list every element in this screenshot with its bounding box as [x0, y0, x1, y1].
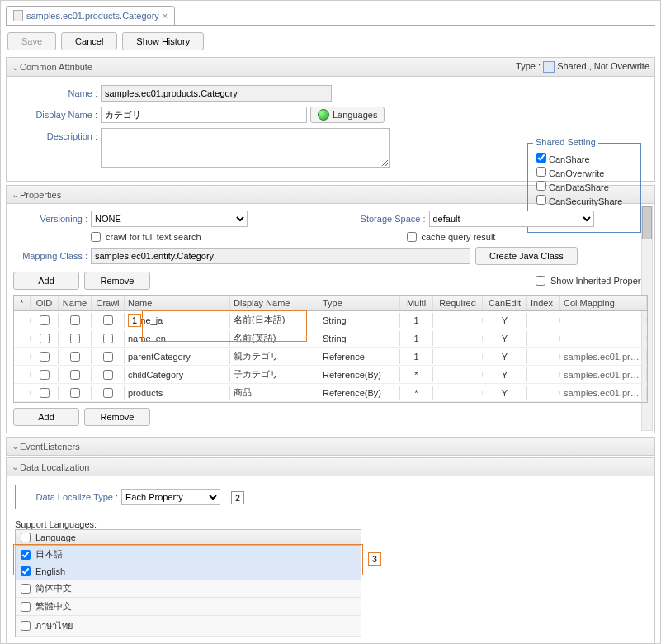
table-header: * OID Name Crawl Name Display Name Type … [14, 296, 647, 311]
data-localization-header[interactable]: ⌄ Data Localization [6, 457, 655, 476]
lang-row[interactable]: 繁體中文 [16, 598, 361, 616]
mapping-class-label: Mapping Class : [13, 251, 87, 261]
lang-row[interactable]: English [16, 564, 361, 580]
globe-icon [318, 109, 329, 121]
common-attribute-header[interactable]: ⌄ Common Attribute Type : Shared , Not O… [6, 57, 655, 77]
create-java-class-button[interactable]: Create Java Class [475, 247, 578, 265]
properties-header-label: Properties [20, 190, 61, 200]
chevron-down-icon: ⌄ [12, 462, 20, 472]
tab-bar: samples.ec01.products.Category × [6, 6, 655, 26]
shared-icon [543, 61, 555, 73]
common-attribute-body: Name : Display Name : Languages Descript… [6, 77, 655, 182]
event-listeners-header[interactable]: ⌄ EventListeners [6, 437, 655, 456]
name-field[interactable] [101, 85, 332, 102]
close-icon[interactable]: × [163, 11, 168, 21]
data-localization-body: Data Localize Type : Each Property 2 Sup… [6, 476, 655, 644]
type-line: Type : Shared , Not Overwrite [516, 61, 649, 73]
description-field[interactable] [101, 128, 390, 168]
remove-button-bottom[interactable]: Remove [84, 408, 150, 426]
languages-table: Language 日本語 English 简体中文 繁體中文 ภาษาไทย [15, 529, 361, 637]
callout-1: 1 [128, 314, 141, 327]
properties-body: Versioning : NONE Storage Space : defaul… [6, 204, 655, 433]
can-data-share-checkbox[interactable]: CanDataShare [536, 181, 632, 192]
lang-row[interactable]: ภาษาไทย [16, 616, 361, 637]
versioning-select[interactable]: NONE [91, 211, 248, 227]
add-button-top[interactable]: Add [13, 272, 79, 290]
show-inherited-checkbox[interactable]: Show Inherited Property [536, 276, 648, 286]
remove-button-top[interactable]: Remove [84, 272, 150, 290]
event-listeners-label: EventListeners [20, 442, 80, 452]
show-history-button[interactable]: Show History [122, 32, 204, 50]
table-row[interactable]: products商品Reference(By)*Ysamples.ec01.pr… [14, 384, 647, 402]
lang-row[interactable]: 日本語 [16, 546, 361, 564]
support-languages-label: Support Languages: [15, 519, 646, 529]
name-label: Name : [15, 88, 97, 98]
crawl-checkbox[interactable]: crawl for full text search [91, 232, 333, 242]
chevron-down-icon: ⌄ [12, 62, 20, 73]
properties-table: * OID Name Crawl Name Display Name Type … [13, 295, 648, 403]
lang-table-header: Language [16, 530, 361, 546]
cache-checkbox[interactable]: cache query result [407, 232, 649, 242]
save-button[interactable]: Save [7, 32, 56, 50]
languages-button[interactable]: Languages [310, 107, 385, 123]
can-overwrite-checkbox[interactable]: CanOverwrite [536, 167, 632, 178]
tab-title: samples.ec01.products.Category [26, 11, 159, 21]
data-localization-label: Data Localization [20, 462, 89, 472]
lang-row[interactable]: 简体中文 [16, 580, 361, 598]
can-share-checkbox[interactable]: CanShare [536, 153, 632, 164]
chevron-down-icon: ⌄ [12, 441, 20, 452]
shared-legend: Shared Setting [533, 137, 598, 147]
common-header-label: Common Attribute [20, 62, 92, 72]
description-label: Description : [15, 131, 97, 141]
callout-3: 3 [368, 552, 381, 566]
data-localize-type-label: Data Localize Type : [19, 492, 118, 502]
table-row[interactable]: parentCategory親カテゴリReference1Ysamples.ec… [14, 348, 647, 366]
storage-label: Storage Space : [343, 214, 426, 224]
chevron-down-icon: ⌄ [12, 189, 20, 200]
callout-2: 2 [231, 491, 244, 504]
table-row[interactable]: childCategory子カテゴリReference(By)*Ysamples… [14, 366, 647, 384]
cancel-button[interactable]: Cancel [61, 32, 117, 50]
storage-select[interactable]: default [429, 211, 594, 227]
add-button-bottom[interactable]: Add [13, 408, 79, 426]
display-name-field[interactable] [101, 107, 307, 123]
versioning-label: Versioning : [13, 214, 87, 224]
tab-category[interactable]: samples.ec01.products.Category × [6, 6, 175, 25]
mapping-class-field[interactable] [91, 248, 470, 264]
table-row[interactable]: name_en名前(英語)String1Y [14, 329, 647, 348]
document-icon [13, 10, 23, 21]
table-row[interactable]: name_ja名前(日本語)String1Y [14, 311, 647, 329]
data-localize-type-select[interactable]: Each Property [121, 489, 220, 505]
display-name-label: Display Name : [15, 110, 97, 120]
toolbar: Save Cancel Show History [6, 26, 655, 57]
lang-header-checkbox[interactable] [21, 533, 31, 542]
